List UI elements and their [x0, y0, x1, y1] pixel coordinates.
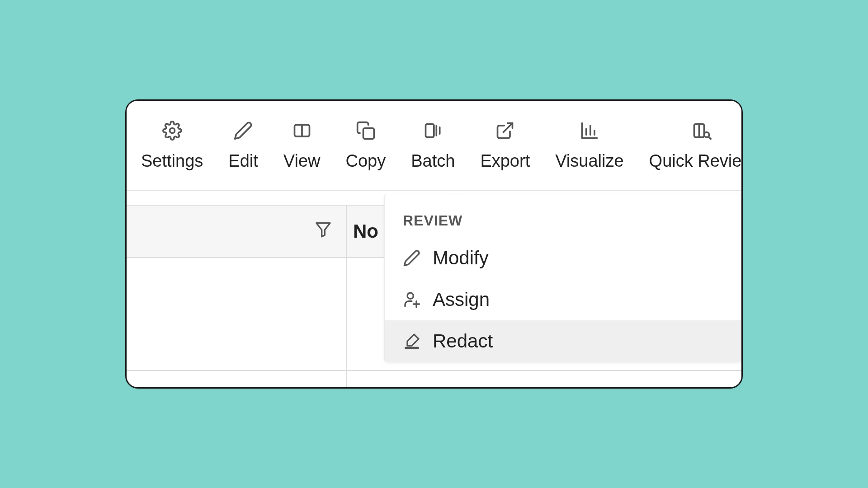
svg-point-0 — [170, 128, 175, 133]
menu-item-label: Modify — [433, 247, 489, 269]
svg-point-18 — [407, 293, 413, 299]
redact-icon — [403, 332, 421, 350]
settings-label: Settings — [141, 151, 203, 171]
quick-review-button[interactable]: Quick Review — [637, 101, 743, 190]
pencil-icon — [233, 121, 253, 141]
menu-item-modify[interactable]: Modify — [385, 237, 741, 279]
export-button[interactable]: Export — [467, 101, 542, 190]
user-plus-icon — [403, 291, 421, 309]
column-header-1[interactable]: ed — [127, 206, 347, 257]
layout-icon — [292, 121, 312, 141]
visualize-button[interactable]: Visualize — [542, 101, 636, 190]
batch-label: Batch — [411, 151, 455, 171]
table-cell — [127, 371, 347, 389]
copy-icon — [356, 121, 376, 141]
svg-line-7 — [504, 123, 513, 132]
column-header-2-label: No — [353, 221, 378, 242]
toolbar-group-review: Quick Review — [637, 101, 743, 190]
toolbar-group-export: Batch Export — [398, 101, 542, 190]
view-label: View — [283, 151, 321, 171]
copy-button[interactable]: Copy — [333, 101, 398, 190]
menu-item-redact[interactable]: Redact — [385, 320, 741, 362]
edit-button[interactable]: Edit — [216, 101, 270, 190]
toolbar: Settings Edit View Copy — [127, 101, 741, 191]
edit-label: Edit — [228, 151, 258, 171]
svg-marker-17 — [316, 223, 330, 237]
dropdown-heading: REVIEW — [385, 212, 741, 237]
settings-button[interactable]: Settings — [128, 101, 216, 190]
view-button[interactable]: View — [271, 101, 333, 190]
pencil-icon — [403, 249, 421, 267]
batch-dropdown: REVIEW Modify Assign Redact — [384, 194, 741, 362]
quick-review-icon — [692, 121, 712, 141]
bar-chart-icon — [580, 121, 599, 141]
external-link-icon — [495, 121, 515, 141]
gear-icon — [162, 121, 182, 141]
toolbar-group-edit: Settings Edit View Copy — [128, 101, 398, 190]
menu-item-label: Redact — [433, 330, 493, 352]
svg-rect-4 — [425, 124, 434, 137]
app-frame: Settings Edit View Copy — [125, 99, 743, 389]
filter-icon[interactable] — [314, 220, 332, 243]
copy-label: Copy — [345, 151, 386, 171]
batch-icon — [423, 121, 443, 141]
export-label: Export — [480, 151, 530, 171]
batch-button[interactable]: Batch — [398, 101, 467, 190]
svg-rect-3 — [363, 128, 374, 139]
menu-item-assign[interactable]: Assign — [385, 279, 741, 320]
table-cell — [127, 258, 347, 370]
table-row — [127, 371, 741, 389]
menu-item-label: Assign — [433, 289, 490, 310]
quick-review-label: Quick Review — [649, 151, 743, 171]
svg-line-16 — [708, 136, 711, 139]
visualize-label: Visualize — [555, 151, 623, 171]
toolbar-group-visualize: Visualize — [542, 101, 636, 190]
